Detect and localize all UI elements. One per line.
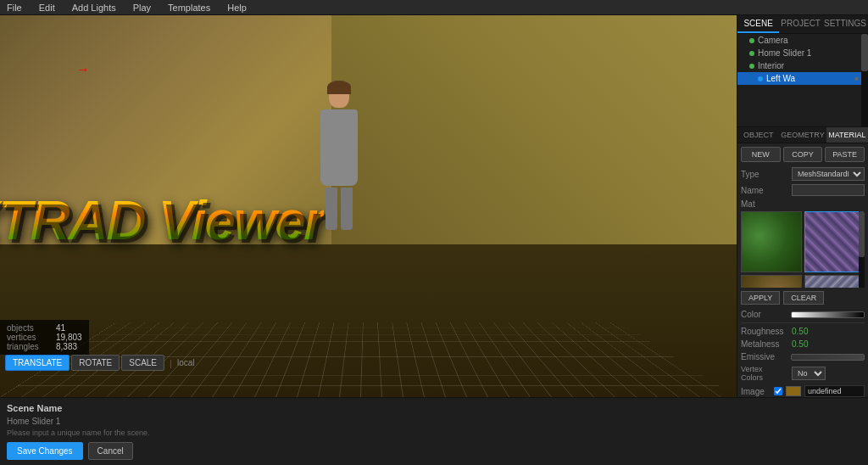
- form-hint: Please input a unique name for the scene…: [7, 429, 861, 437]
- mat-section-label: Mat: [741, 199, 865, 209]
- tab-geometry[interactable]: GEOMETRY: [779, 127, 826, 143]
- triangles-value: 8,383: [56, 342, 77, 351]
- scale-button[interactable]: SCALE: [121, 355, 164, 371]
- emissive-bar[interactable]: [791, 354, 865, 361]
- roughness-row: Roughness 0.50: [741, 327, 865, 336]
- triangles-label: triangles: [7, 342, 49, 351]
- tree-item-interior[interactable]: Interior: [737, 59, 868, 72]
- new-material-button[interactable]: NEW: [741, 147, 781, 162]
- emissive-row: Emissive: [741, 352, 865, 361]
- objects-value: 41: [56, 323, 65, 333]
- image-checkbox[interactable]: [774, 387, 782, 395]
- image-label: Image: [741, 387, 771, 396]
- name-input[interactable]: [792, 184, 865, 196]
- menu-help[interactable]: Help: [224, 3, 250, 13]
- metalness-row: Metalness 0.50: [741, 339, 865, 349]
- objects-label: objects: [7, 323, 49, 333]
- local-label: local: [177, 358, 195, 367]
- tree-item-camera[interactable]: Camera: [737, 34, 868, 47]
- color-label: Color: [741, 310, 787, 319]
- clear-button[interactable]: CLEAR: [783, 291, 824, 305]
- vertex-colors-select[interactable]: No: [792, 367, 826, 380]
- image-name-value: undefined: [804, 385, 865, 397]
- tree-label-interior: Interior: [758, 61, 865, 70]
- toolbar-separator: |: [170, 358, 172, 368]
- tree-dot-home-slider: [749, 51, 754, 56]
- color-bar[interactable]: [791, 311, 865, 318]
- char-leg-left: [326, 188, 337, 230]
- status-bar: objects 41 vertices 19,803 triangles 8,3…: [0, 320, 89, 355]
- type-row: Type MeshStandardMateria: [741, 167, 865, 181]
- mat-grid-scrollbar[interactable]: [859, 211, 865, 288]
- mat-thumb-3[interactable]: [741, 275, 802, 289]
- vertex-colors-row: VertexColors No: [741, 365, 865, 382]
- tree-item-home-slider[interactable]: Home Slider 1: [737, 47, 868, 59]
- cancel-button[interactable]: Cancel: [88, 442, 133, 460]
- metalness-value[interactable]: 0.50: [792, 339, 808, 349]
- roughness-label: Roughness: [741, 327, 792, 336]
- tab-object[interactable]: OBJECT: [737, 127, 779, 143]
- material-panel: NEW COPY PASTE Type MeshStandardMateria …: [737, 143, 868, 397]
- tree-label-left-wall: Left Wa: [766, 74, 851, 83]
- character: [314, 84, 364, 237]
- scene-tree: Camera Home Slider 1 Interior Left Wa ■ …: [737, 34, 868, 127]
- copy-material-button[interactable]: COPY: [783, 147, 823, 162]
- type-select[interactable]: MeshStandardMateria: [792, 167, 865, 181]
- menu-play[interactable]: Play: [130, 3, 154, 13]
- material-grid: [741, 211, 865, 288]
- tree-scrollbar-thumb: [861, 34, 868, 71]
- image-row: Image undefined: [741, 385, 865, 397]
- tree-dot-camera: [749, 38, 754, 43]
- menu-file[interactable]: File: [3, 3, 25, 13]
- apply-clear-row: APPLY CLEAR: [741, 291, 865, 305]
- red-arrow-indicator: →: [76, 62, 90, 77]
- menu-add-lights[interactable]: Add Lights: [69, 3, 120, 13]
- menu-templates[interactable]: Templates: [164, 3, 214, 13]
- form-title: Scene Name: [7, 403, 861, 413]
- tab-settings[interactable]: SETTINGS: [822, 15, 868, 33]
- panel-tabs: SCENE PROJECT SETTINGS: [737, 15, 868, 34]
- name-row: Name: [741, 184, 865, 196]
- save-changes-button[interactable]: Save Changes: [7, 442, 83, 460]
- apply-button[interactable]: APPLY: [741, 291, 780, 305]
- tab-material[interactable]: MATERIAL: [826, 127, 868, 143]
- divider-1: [741, 322, 865, 323]
- rotate-button[interactable]: ROTATE: [71, 355, 120, 371]
- char-leg-right: [341, 188, 353, 230]
- type-label: Type: [741, 170, 792, 179]
- paste-material-button[interactable]: PASTE: [825, 147, 865, 162]
- mat-thumb-4[interactable]: [804, 275, 865, 289]
- tree-scrollbar[interactable]: [861, 34, 868, 126]
- char-hair: [327, 81, 351, 94]
- tree-dot-left-wall: [758, 76, 763, 81]
- viewport[interactable]: XTRAD Viewer → objects 41 vertices 19,80…: [0, 15, 737, 397]
- bottom-form: Scene Name Home Slider 1 Please input a …: [0, 397, 868, 465]
- vertex-colors-label: VertexColors: [741, 365, 792, 382]
- material-actions: NEW COPY PASTE: [741, 147, 865, 162]
- mat-thumb-2[interactable]: [804, 211, 865, 272]
- mat-thumb-1[interactable]: [741, 211, 802, 272]
- tree-dot-interior: [749, 64, 754, 69]
- tab-scene[interactable]: SCENE: [737, 15, 779, 33]
- translate-button[interactable]: TRANSLATE: [5, 355, 70, 371]
- scene-3d-text: XTRAD Viewer: [0, 176, 737, 252]
- material-grid-wrap: [741, 211, 865, 288]
- char-body: [320, 109, 358, 186]
- emissive-label: Emissive: [741, 352, 787, 361]
- vertices-label: vertices: [7, 333, 49, 342]
- tree-label-camera: Camera: [758, 36, 865, 45]
- mat-grid-scrollbar-thumb: [859, 211, 865, 257]
- form-subtitle: Home Slider 1: [7, 417, 861, 426]
- image-swatch[interactable]: [786, 386, 801, 396]
- char-head: [329, 84, 349, 108]
- tree-label-home-slider: Home Slider 1: [758, 48, 865, 58]
- right-panel: SCENE PROJECT SETTINGS Camera Home Slide…: [737, 15, 868, 397]
- tab-project[interactable]: PROJECT: [779, 15, 822, 33]
- form-buttons: Save Changes Cancel: [7, 442, 861, 460]
- name-label: Name: [741, 186, 792, 195]
- tree-item-left-wall[interactable]: Left Wa ■ ■: [737, 72, 868, 85]
- menu-edit[interactable]: Edit: [36, 3, 58, 13]
- roughness-value[interactable]: 0.50: [792, 327, 808, 336]
- char-legs: [314, 188, 364, 230]
- main-area: XTRAD Viewer → objects 41 vertices 19,80…: [0, 15, 868, 397]
